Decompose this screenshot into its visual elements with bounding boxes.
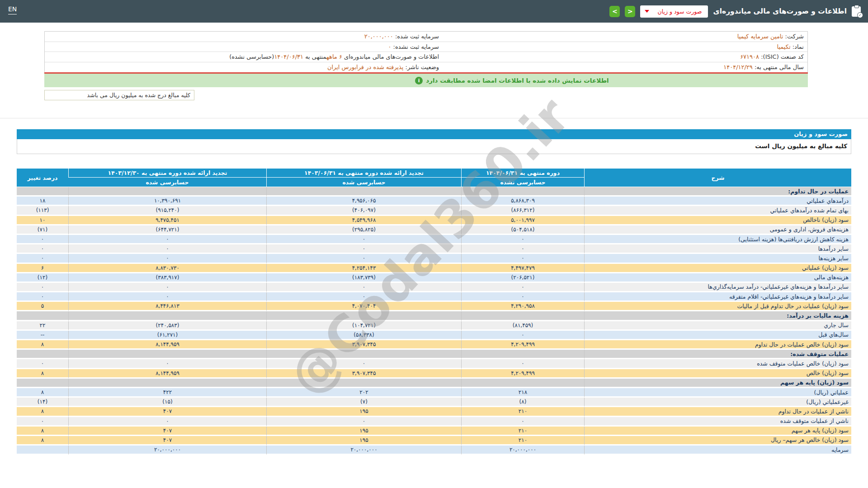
cell-percent-change: ۰ — [17, 235, 68, 244]
cell-value-restated-mid: ۰ — [266, 292, 461, 302]
table-row: ناشي از عملیات متوقف شده۰۰۰۰ — [17, 417, 851, 427]
cell-value-current: (۵۰۴,۵۱۸) — [461, 225, 584, 235]
cell-percent-change: ۰ — [17, 292, 68, 302]
cell-percent-change: ۶ — [17, 264, 68, 273]
cell-label: سود (زیان) خالص عملیات متوقف شده — [584, 359, 851, 369]
cell-value-current: ۵,۰۰۱,۹۹۷ — [461, 216, 584, 225]
statement-title-bar: صورت سود و زیان — [17, 129, 851, 139]
cell-label: سایر درآمدها و هزینه‌هاي غیرعملیاتي- اقل… — [584, 292, 851, 302]
cell-label: درآمدهاي عملياتي — [584, 197, 851, 206]
section-row: عملیات متوقف شده: — [17, 350, 851, 359]
cell-value-current: ۲۱۰ — [461, 407, 584, 417]
cell-percent-change: -- — [17, 331, 68, 340]
cell-percent-change: (۱۱۳) — [17, 206, 68, 216]
header-restated-annual-period: تجدید ارائه شده دوره منتهی به ۱۴۰۳/۱۲/۳۰ — [68, 169, 266, 178]
company-info-cell: نماد: تکیمیا — [443, 42, 807, 52]
cell-label: غیرعملیاتي (ریال) — [584, 398, 851, 407]
header-restated-annual-audit: حسابرسی شده — [68, 178, 266, 187]
statement-type-dropdown[interactable]: صورت سود و زیان — [640, 5, 708, 18]
cell-value-current: (۸۱,۴۵۹) — [461, 321, 584, 331]
cell-label: ناشي از عملیات متوقف شده — [584, 417, 851, 427]
table-row: سود (زیان) خالص هر سهم– ریال۲۱۰۱۹۵۴۰۷۸ — [17, 436, 851, 446]
cell-value-restated-annual: ۴۰۷ — [68, 427, 266, 436]
cell-value-restated-mid — [266, 187, 461, 197]
cell-value-restated-mid — [266, 379, 461, 388]
cell-value-restated-mid — [266, 350, 461, 359]
company-info-row: نماد: تکیمیاسرمایه ثبت نشده: ۰ — [45, 42, 807, 52]
cell-value-restated-mid: (۵۸,۳۳۸) — [266, 331, 461, 340]
table-row: غیرعملیاتي (ریال)(۸)(۷)(۱۵)(۱۴) — [17, 398, 851, 407]
cell-value-restated-mid — [266, 311, 461, 321]
cell-value-restated-mid: ۱۹۵ — [266, 427, 461, 436]
cell-value-current: (۸) — [461, 398, 584, 407]
cell-percent-change: ۰ — [17, 254, 68, 263]
cell-value-restated-annual: ۸,۴۴۶,۸۱۳ — [68, 302, 266, 311]
cell-value-restated-annual: (۳۸۳,۹۱۷) — [68, 273, 266, 283]
cell-value-restated-mid: ۳,۹۰۷,۳۴۵ — [266, 369, 461, 379]
cell-percent-change: ۲۲ — [17, 321, 68, 331]
cell-percent-change: ۰ — [17, 359, 68, 369]
table-row: هزینه‌های فروش، اداری و عمومی(۵۰۴,۵۱۸)(۲… — [17, 225, 851, 235]
table-header-period-row: شرح دوره منتهی به ۱۴۰۴/۰۶/۳۱ تجدید ارائه… — [17, 169, 851, 178]
cell-value-restated-annual: ۰ — [68, 235, 266, 244]
next-statement-button[interactable]: > — [625, 6, 635, 17]
cell-label: سود (زیان) عملیات در حال تداوم قبل از ما… — [584, 302, 851, 311]
cell-value-restated-mid: (۱۰۴,۷۲۱) — [266, 321, 461, 331]
cell-value-restated-mid: ۴,۲۵۴,۱۴۳ — [266, 264, 461, 273]
cell-value-restated-mid: ۱۹۵ — [266, 436, 461, 446]
cell-value-restated-annual: (۶۱,۲۷۱) — [68, 331, 266, 340]
cell-percent-change: ۸ — [17, 369, 68, 379]
table-row: سود (زیان) خالص عملیات متوقف شده۰۰۰۰ — [17, 359, 851, 369]
cell-value-restated-annual — [68, 350, 266, 359]
cell-label: سایر هزینه‌ها — [584, 254, 851, 263]
section-divider — [0, 118, 868, 118]
cell-label: هزینه کاهش ارزش دریافتنی‌ها (هزینه استثن… — [584, 235, 851, 244]
cell-value-restated-annual: ۸,۸۳۰,۷۳۰ — [68, 264, 266, 273]
prev-statement-button[interactable]: < — [609, 6, 620, 17]
cell-value-restated-annual — [68, 379, 266, 388]
cell-value-restated-annual: ۰ — [68, 283, 266, 292]
cell-value-restated-mid: ۴,۵۴۹,۹۶۸ — [266, 216, 461, 225]
cell-label: سود (زیان) ناخالص — [584, 216, 851, 225]
table-row: سود (زیان) پایه هر سهم۲۱۰۱۹۵۴۰۷۸ — [17, 427, 851, 436]
cell-value-current: ۰ — [461, 359, 584, 369]
cell-label: هزینه‌های فروش، اداری و عمومی — [584, 225, 851, 235]
cell-label: سود (زیان) خالص — [584, 369, 851, 379]
cell-value-current: ۴,۲۹۰,۹۵۸ — [461, 302, 584, 311]
table-row: سایر درآمدها و هزینه‌هاي غیرعملیاتي- درآ… — [17, 283, 851, 292]
cell-value-restated-mid: ۲۰,۰۰۰,۰۰۰ — [266, 446, 461, 455]
table-row: ناشي از عملیات در حال تداوم۲۱۰۱۹۵۴۰۷۸ — [17, 407, 851, 417]
cell-value-restated-annual: (۹۱۵,۲۴۰) — [68, 206, 266, 216]
cell-label: سود (زیان) خالص هر سهم– ریال — [584, 436, 851, 446]
cell-percent-change: ۵ — [17, 302, 68, 311]
header-current-audit: حسابرسی نشده — [461, 178, 584, 187]
cell-value-current: ۰ — [461, 235, 584, 244]
company-info-table: شرکت: تامین سرمایه کیمیاسرمایه ثبت شده: … — [44, 31, 808, 73]
cell-value-restated-annual: ۸,۱۴۴,۹۵۹ — [68, 369, 266, 379]
language-toggle-en[interactable]: EN — [8, 5, 17, 14]
cell-percent-change: (۷۱) — [17, 225, 68, 235]
cell-label: سایر درآمدها و هزینه‌هاي غیرعملیاتي- درآ… — [584, 283, 851, 292]
section-row: عملیات در حال تداوم: — [17, 187, 851, 197]
cell-value-current: ۵,۸۶۸,۳۰۹ — [461, 197, 584, 206]
cell-value-restated-annual: ۴۲۲ — [68, 388, 266, 398]
cell-percent-change — [17, 379, 68, 388]
cell-percent-change: ۰ — [17, 417, 68, 427]
cell-label: عملیات متوقف شده: — [584, 350, 851, 359]
company-info-cell: وضعیت ناشر: پذیرفته شده در فرابورس ایران — [45, 62, 443, 72]
cell-value-current: ۴,۲۰۹,۴۹۹ — [461, 340, 584, 350]
table-row: سود (زیان) عملیات در حال تداوم قبل از ما… — [17, 302, 851, 311]
signed-data-banner: i اطلاعات نمایش داده شده با اطلاعات امضا… — [44, 74, 808, 87]
cell-value-restated-annual: ۰ — [68, 417, 266, 427]
cell-value-current: ۲۱۸ — [461, 388, 584, 398]
header-current-period: دوره منتهی به ۱۴۰۴/۰۶/۳۱ — [461, 169, 584, 178]
cell-value-current: ۰ — [461, 283, 584, 292]
cell-percent-change — [17, 187, 68, 197]
income-statement-table: شرح دوره منتهی به ۱۴۰۴/۰۶/۳۱ تجدید ارائه… — [17, 169, 851, 455]
chevron-down-icon — [645, 10, 649, 13]
cell-value-restated-mid: (۷) — [266, 398, 461, 407]
table-row: سود (زیان) ناخالص۵,۰۰۱,۹۹۷۴,۵۴۹,۹۶۸۹,۴۷۵… — [17, 216, 851, 225]
table-row: سود (زیان) عملیاتي۴,۴۹۷,۴۷۹۴,۲۵۴,۱۴۳۸,۸۳… — [17, 264, 851, 273]
table-row: سال جاري(۸۱,۴۵۹)(۱۰۴,۷۲۱)(۲۴۰,۵۸۳)۲۲ — [17, 321, 851, 331]
company-info-cell: سال مالی منتهی به: ۱۴۰۴/۱۲/۲۹ — [443, 62, 807, 72]
